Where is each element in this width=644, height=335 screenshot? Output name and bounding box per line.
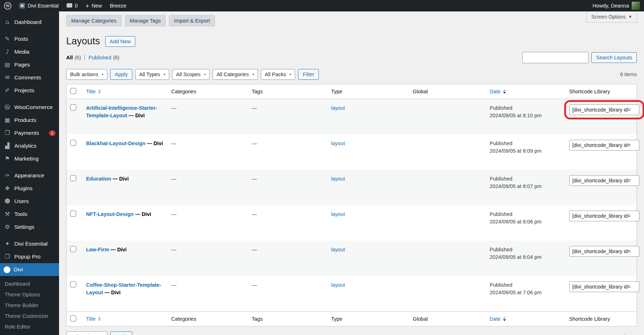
table-row: Blackhat-Layout-Design— Divi — — layout … <box>67 134 637 170</box>
filter-select[interactable]: All Categories ▾ <box>213 69 258 80</box>
shortcode-input[interactable] <box>569 281 639 292</box>
sidebar-item[interactable] <box>0 233 59 237</box>
bulk-actions-select[interactable]: Bulk actions ▾ <box>66 69 107 80</box>
sidebar-item[interactable]: ⚒ Tools <box>0 208 59 221</box>
sort-by-title[interactable]: Title <box>86 89 101 94</box>
sidebar-item[interactable]: ❒ Payments 1 <box>0 127 59 139</box>
select-all-checkbox-footer[interactable] <box>70 315 76 321</box>
select-all-checkbox[interactable] <box>70 88 76 94</box>
sort-by-date-footer[interactable]: Date <box>490 316 506 322</box>
library-tool-button[interactable]: Manage Categories <box>66 15 122 26</box>
layout-title-link[interactable]: Coffee-Shop-Starter-Template-Layout <box>86 282 161 295</box>
add-new-button[interactable]: Add New <box>105 36 136 47</box>
views-list: All (6) Published (6) <box>66 55 119 60</box>
type-link[interactable]: layout <box>331 105 345 111</box>
divi-submenu-item[interactable]: Divi Library <box>0 332 59 335</box>
divi-submenu-item[interactable]: Role Editor <box>0 321 59 332</box>
sidebar-item[interactable]: ❐ Popup Pro <box>0 250 59 263</box>
view-label: Published <box>88 55 111 60</box>
layout-title-link[interactable]: Education <box>86 176 111 182</box>
view-link[interactable]: All (6) <box>66 55 81 60</box>
menu-icon: ♪ <box>4 49 11 55</box>
wp-logo-menu[interactable]: W <box>0 0 15 11</box>
sidebar-item[interactable] <box>0 29 59 33</box>
filter-button[interactable]: Filter <box>298 69 319 80</box>
library-tool-button[interactable]: Manage Tags <box>125 15 166 26</box>
sidebar-item[interactable]: ✦ Divi Essential <box>0 237 59 250</box>
type-cell: layout <box>328 205 409 241</box>
sidebar-item[interactable]: Ⓦ WooCommerce <box>0 101 59 114</box>
sidebar-item[interactable]: ▟ Analytics <box>0 139 59 152</box>
shortcode-input[interactable] <box>569 246 639 257</box>
sidebar-item[interactable]: ✑ Appearance <box>0 169 59 182</box>
menu-icon: ▤ <box>4 62 11 68</box>
type-link[interactable]: layout <box>331 282 345 288</box>
shortcode-input[interactable] <box>569 104 639 115</box>
layout-title-link[interactable]: NFT-Layout-Design <box>86 211 134 217</box>
divi-submenu-item[interactable]: Theme Customizer <box>0 311 59 321</box>
sidebar-item[interactable]: ⚙ Settings <box>0 221 59 233</box>
layout-title-link[interactable]: Law-Firm <box>86 247 109 252</box>
sidebar-item[interactable]: ⌂ Dashboard <box>0 16 59 29</box>
bulk-actions-select-bottom[interactable]: Bulk actions ▾ <box>66 331 107 335</box>
divi-submenu-item[interactable]: Dashboard <box>0 279 59 289</box>
sort-by-date[interactable]: Date <box>490 89 506 94</box>
row-checkbox[interactable] <box>70 211 76 217</box>
library-tool-button[interactable]: Import & Export <box>169 15 215 26</box>
sidebar-item[interactable] <box>0 97 59 101</box>
my-account-menu[interactable]: Howdy, Deanna <box>589 0 644 11</box>
sort-by-title-footer[interactable]: Title <box>86 316 101 322</box>
row-checkbox[interactable] <box>70 140 76 146</box>
layout-title-link[interactable]: Blackhat-Layout-Design <box>86 141 146 146</box>
filter-select[interactable]: All Packs ▾ <box>261 69 295 80</box>
row-checkbox[interactable] <box>70 104 76 110</box>
shortcode-input[interactable] <box>569 140 639 151</box>
filter-select[interactable]: All Scopes ▾ <box>172 69 210 80</box>
layout-title-link[interactable]: Artificial-Intelligence-Starter-Template… <box>86 105 157 118</box>
sidebar-item[interactable]: ✎ Posts <box>0 33 59 45</box>
apply-button-bottom[interactable]: Apply <box>110 331 132 335</box>
row-checkbox[interactable] <box>70 281 76 287</box>
publish-status: Published <box>490 105 513 111</box>
chevron-down-icon: ▾ <box>102 73 103 76</box>
search-button[interactable]: Search Layouts <box>591 52 637 63</box>
divi-submenu-item[interactable]: Theme Builder <box>0 300 59 311</box>
sidebar-item[interactable]: ▤ Pages <box>0 58 59 71</box>
tags-cell: — <box>248 241 328 276</box>
sidebar-item[interactable]: ❖ Plugins <box>0 182 59 195</box>
sidebar-item[interactable]: D Divi <box>0 263 59 276</box>
site-name-menu[interactable]: Divi Essential <box>15 0 63 11</box>
type-link[interactable]: layout <box>331 211 345 217</box>
divi-submenu-item[interactable]: Theme Options <box>0 289 59 300</box>
type-link[interactable]: layout <box>331 247 345 252</box>
column-header-type: Type <box>331 89 342 94</box>
chevron-down-icon: ▾ <box>252 73 254 76</box>
view-link[interactable]: Published (6) <box>88 55 119 60</box>
menu-label: Appearance <box>14 172 55 179</box>
shortcode-cell <box>566 170 637 205</box>
title-suffix: — Divi <box>113 176 129 182</box>
apply-button[interactable]: Apply <box>110 69 132 80</box>
sidebar-item[interactable]: ✐ Projects <box>0 84 59 97</box>
row-checkbox[interactable] <box>70 175 76 181</box>
sidebar-item[interactable]: ☻ Users <box>0 195 59 208</box>
row-checkbox[interactable] <box>70 246 76 252</box>
shortcode-input[interactable] <box>569 211 639 221</box>
sidebar-item[interactable]: ▦ Products <box>0 114 59 127</box>
filter-select[interactable]: All Types ▾ <box>135 69 169 80</box>
type-link[interactable]: layout <box>331 141 345 146</box>
new-content-menu[interactable]: + New <box>82 0 106 11</box>
shortcode-input[interactable] <box>569 175 639 186</box>
breeze-menu[interactable]: Breeze <box>106 0 130 11</box>
tablenav-actions: Bulk actions ▾ Apply All Types ▾ All Sco… <box>66 69 319 80</box>
sidebar-item[interactable]: ⚑ Marketing <box>0 152 59 165</box>
sidebar-item[interactable] <box>0 165 59 169</box>
sidebar-item[interactable]: ♪ Media <box>0 45 59 58</box>
title-suffix: — Divi <box>111 247 127 252</box>
type-link[interactable]: layout <box>331 176 345 182</box>
screen-options-toggle[interactable]: Screen Options ▼ <box>586 11 637 23</box>
comments-menu[interactable]: 0 <box>63 0 82 11</box>
search-input[interactable] <box>522 52 589 63</box>
sidebar-item[interactable]: ✉ Comments <box>0 71 59 84</box>
howdy-label: Howdy, Deanna <box>592 3 629 9</box>
